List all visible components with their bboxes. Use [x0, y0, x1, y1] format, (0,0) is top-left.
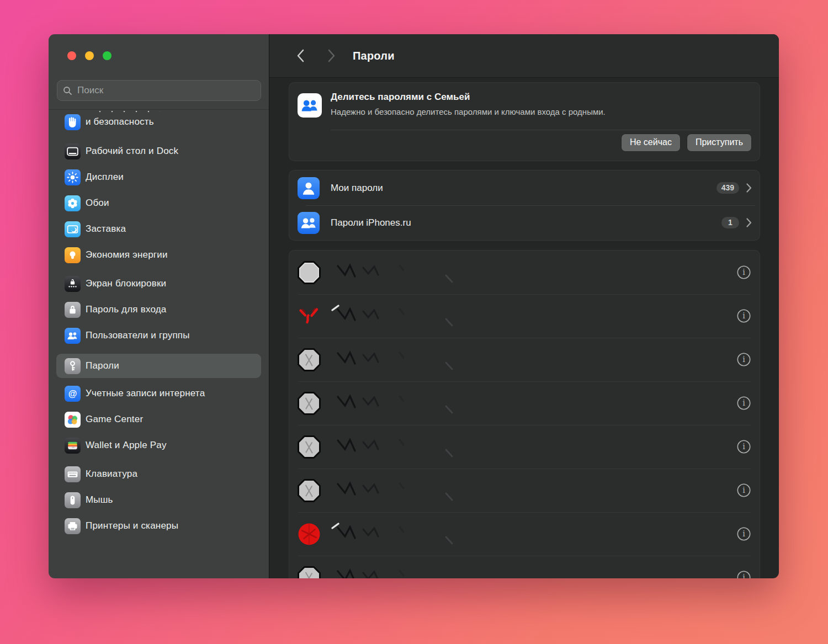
sidebar-item-lock-screen[interactable]: Экран блокировки: [56, 273, 261, 294]
sidebar-item-label: Клавиатура: [86, 469, 137, 480]
info-button[interactable]: i: [736, 265, 751, 280]
sidebar-item-wallpaper[interactable]: Обои: [56, 193, 261, 214]
desktop-dock-icon: [65, 143, 81, 159]
sidebar-item-internet-accounts[interactable]: @Учетные записи интернета: [56, 383, 261, 404]
sidebar-item-label: Экран блокировки: [86, 278, 166, 289]
sidebar-item-desktop-dock[interactable]: Рабочий стол и Dock: [56, 141, 261, 162]
sidebar-item-printers-scanners[interactable]: Принтеры и сканеры: [56, 515, 261, 536]
sidebar-item-users-groups[interactable]: Пользователи и группы: [56, 325, 261, 346]
mouse-icon: [65, 492, 81, 508]
close-button[interactable]: [67, 51, 76, 60]
sidebar-item-label: Экономия энергии: [86, 249, 168, 260]
count-badge: 439: [716, 182, 739, 194]
back-button[interactable]: [294, 49, 306, 63]
redacted-entry-text: [329, 344, 736, 375]
sidebar-item-label: Обои: [86, 198, 109, 209]
family-sharing-icon: [298, 93, 322, 118]
sidebar-item-keyboard[interactable]: Клавиатура: [56, 464, 261, 485]
count-badge: 1: [721, 217, 739, 228]
svg-text:i: i: [742, 398, 745, 407]
info-button[interactable]: i: [736, 352, 751, 367]
redacted-entry-text: [329, 301, 736, 332]
password-row[interactable]: i: [289, 425, 760, 469]
not-now-button[interactable]: Не сейчас: [622, 134, 680, 151]
svg-text:@: @: [68, 388, 77, 398]
wallpaper-icon: [65, 195, 81, 211]
sidebar-item-passwords[interactable]: Пароли: [56, 354, 261, 378]
group-row-label: Пароли iPhones.ru: [331, 217, 721, 228]
password-row[interactable]: i: [289, 294, 760, 338]
sidebar-item-label: Дисплеи: [86, 172, 124, 183]
minimize-button[interactable]: [85, 51, 94, 60]
sidebar-item-label: Wallet и Apple Pay: [86, 440, 167, 451]
sidebar-item-screensaver[interactable]: Заставка: [56, 219, 261, 239]
svg-text:i: i: [742, 486, 745, 494]
sidebar-item-game-center[interactable]: Game Center: [56, 409, 261, 430]
privacy-security-icon: [65, 114, 81, 130]
sidebar-item-label: и безопасность: [86, 116, 154, 127]
redacted-entry-text: [329, 562, 736, 579]
keyboard-icon: [65, 466, 81, 482]
sidebar-scroll-divider: [49, 109, 269, 110]
password-row[interactable]: i: [289, 556, 760, 578]
sidebar-group: Экран блокировкиПароль для входаПользова…: [56, 273, 261, 346]
sidebar-item-label: Game Center: [86, 414, 143, 425]
password-row[interactable]: i: [289, 338, 760, 381]
svg-text:i: i: [742, 442, 745, 451]
sidebar-item-label: Рабочий стол и Dock: [86, 146, 178, 157]
sidebar-item-label: Учетные записи интернета: [86, 388, 205, 399]
search-input[interactable]: [76, 84, 255, 97]
info-button[interactable]: i: [736, 308, 751, 323]
info-button[interactable]: i: [736, 396, 751, 411]
password-row[interactable]: i: [289, 251, 760, 294]
password-groups-card: Мои пароли 439 Пароли iPhones.ru 1: [289, 170, 760, 241]
game-center-icon: [65, 412, 81, 428]
login-password-icon: [65, 302, 81, 318]
content-body: Делитесь паролями с Семьей Надежно и без…: [269, 78, 779, 578]
octagon-x-icon: [296, 391, 322, 416]
info-button[interactable]: i: [736, 526, 751, 541]
sidebar-group: Пароли@Учетные записи интернетаGame Cent…: [56, 354, 261, 456]
banner-title: Делитесь паролями с Семьей: [331, 92, 470, 103]
sidebar-groups: и безопасностьРабочий стол и DockДисплеи…: [49, 111, 269, 544]
chevron-right-icon: [746, 183, 752, 193]
content-pane: Пароли Делитесь паролями с Семьей Надежн…: [269, 34, 779, 578]
redacted-entry-text: [329, 475, 736, 506]
sidebar-item-mouse[interactable]: Мышь: [56, 489, 261, 510]
info-button[interactable]: i: [736, 570, 751, 578]
svg-text:i: i: [742, 573, 745, 578]
sidebar-item-displays[interactable]: Дисплеи: [56, 167, 261, 188]
my-passwords-row[interactable]: Мои пароли 439: [289, 171, 760, 205]
password-row[interactable]: i: [289, 469, 760, 512]
displays-icon: [65, 169, 81, 185]
shared-passwords-row[interactable]: Пароли iPhones.ru 1: [289, 205, 760, 240]
sidebar: и безопасностьРабочий стол и DockДисплеи…: [49, 34, 269, 578]
info-button[interactable]: i: [736, 483, 751, 498]
password-row[interactable]: i: [289, 381, 760, 425]
page-title: Пароли: [353, 50, 395, 62]
get-started-button[interactable]: Приступить: [687, 134, 751, 151]
lock-screen-icon: [65, 276, 81, 292]
passwords-key-icon: [65, 358, 81, 374]
sidebar-group: Рабочий стол и DockДисплеиОбоиЗаставкаЭк…: [56, 141, 261, 265]
octagon-x-icon: [296, 434, 322, 460]
password-list: iiiiiiii: [289, 250, 760, 578]
desktop-background: и безопасностьРабочий стол и DockДисплеи…: [0, 0, 828, 644]
info-button[interactable]: i: [736, 439, 751, 454]
navigation-bar: Пароли: [269, 34, 779, 78]
clipped-text-remnant: [94, 111, 160, 113]
redacted-entry-text: [329, 432, 736, 462]
energy-saver-icon: [65, 247, 81, 263]
sidebar-item-privacy-security[interactable]: и безопасность: [56, 111, 261, 133]
sidebar-item-login-password[interactable]: Пароль для входа: [56, 299, 261, 320]
redacted-entry-text: [329, 519, 736, 550]
forward-button[interactable]: [326, 49, 338, 63]
sidebar-item-wallet-apple-pay[interactable]: Wallet и Apple Pay: [56, 435, 261, 456]
search-icon: [63, 86, 72, 95]
redacted-entry-text: [329, 388, 736, 419]
screensaver-icon: [65, 221, 81, 237]
search-field[interactable]: [57, 80, 261, 101]
zoom-button[interactable]: [103, 51, 112, 60]
sidebar-item-energy-saver[interactable]: Экономия энергии: [56, 244, 261, 265]
password-row[interactable]: i: [289, 512, 760, 556]
